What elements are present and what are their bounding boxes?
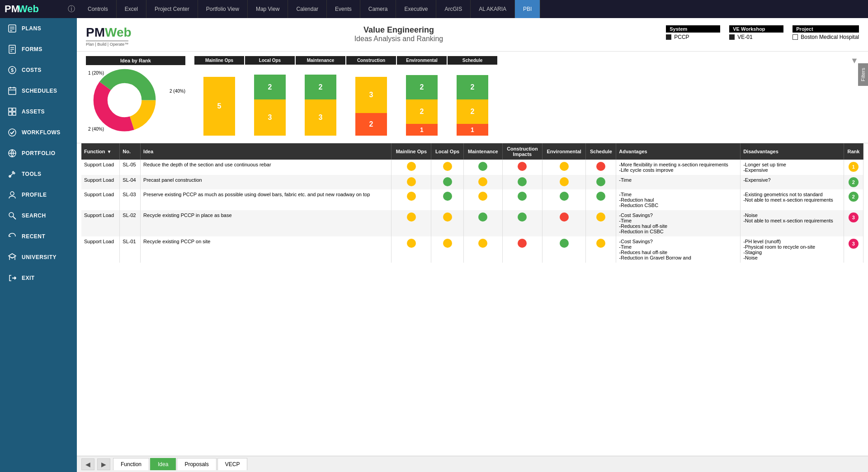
cell-no: SL-03 — [120, 189, 141, 210]
cell-advantages: -Time -Reduction haul -Reduction CSBC — [616, 189, 741, 210]
th-no: No. — [120, 143, 141, 160]
ve-workshop-value: VE-01 — [729, 33, 783, 42]
idea-by-rank-header: Idea by Rank — [86, 56, 185, 65]
status-dot — [478, 177, 487, 186]
th-construction: ConstructionImpacts — [502, 143, 542, 160]
nav-pbi[interactable]: PBI — [515, 0, 540, 18]
workflows-icon — [7, 127, 17, 137]
search-icon — [7, 211, 17, 221]
sidebar-item-plans[interactable]: PLANS — [0, 18, 77, 39]
sidebar-exit-label: EXIT — [22, 275, 35, 281]
donut-label-1: 1 (20%) — [88, 71, 104, 76]
filters-tab[interactable]: Filters — [858, 63, 868, 86]
nav-calendar[interactable]: Calendar — [288, 0, 327, 18]
bottom-tabs: ◀ ▶ Function Idea Proposals VECP — [77, 456, 868, 472]
nav-controls[interactable]: Controls — [80, 0, 117, 18]
status-dot — [478, 212, 487, 222]
cell-rank: 3 — [844, 210, 863, 236]
th-maintenance: Maintenance — [463, 143, 502, 160]
nav-alakaria[interactable]: AL AKARIA — [471, 0, 515, 18]
mainline-ops-bar: 5 — [203, 66, 235, 136]
tab-function[interactable]: Function — [113, 458, 149, 470]
schedule-header: Schedule — [448, 56, 497, 65]
cell-advantages: -Cost Savings? -Time -Reduces haul off-s… — [616, 236, 741, 263]
th-rank: Rank — [844, 143, 863, 160]
scroll-right-icon: ▼ — [850, 56, 859, 66]
svg-rect-18 — [9, 112, 12, 115]
nav-executive[interactable]: Executive — [396, 0, 436, 18]
cell-disadvantages: -PH level (runoff) -Physical room to rec… — [741, 236, 844, 263]
status-dot — [443, 177, 452, 186]
nav-portfolio-view[interactable]: Portfolio View — [198, 0, 248, 18]
ve-workshop-value-text: VE-01 — [737, 34, 752, 40]
table-row: Support LoadSL-01Recycle existing PCCP o… — [81, 236, 863, 263]
nav-project-center[interactable]: Project Center — [146, 0, 198, 18]
status-dot — [478, 162, 487, 171]
main-content: Filters PMWeb Plan | Build | Operate™ Va… — [77, 18, 868, 472]
status-dot — [407, 192, 416, 201]
top-navigation: PM Web ⓘ Controls Excel Project Center P… — [0, 0, 868, 18]
construction-bar: 2 3 — [355, 66, 387, 136]
project-checkbox — [793, 34, 798, 40]
cell-disadvantages: -Existing geometrics not to standard -No… — [741, 189, 844, 210]
tab-nav-left[interactable]: ◀ — [81, 458, 94, 470]
tab-vecp[interactable]: VECP — [217, 458, 248, 470]
university-icon — [7, 252, 17, 262]
sidebar-item-portfolio[interactable]: PORTFOLIO — [0, 143, 77, 164]
ve-workshop-meta-box: VE Workshop VE-01 — [729, 25, 783, 42]
local-seg-1: 3 — [254, 99, 286, 136]
cell-rank: 2 — [844, 189, 863, 210]
cell-disadvantages: -Noise -Not able to meet x-section requi… — [741, 210, 844, 236]
svg-point-20 — [9, 129, 16, 136]
nav-map-view[interactable]: Map View — [248, 0, 288, 18]
web-text: Web — [105, 25, 132, 39]
sidebar-item-forms[interactable]: FORMS — [0, 39, 77, 60]
sidebar-plans-label: PLANS — [22, 25, 41, 32]
sidebar-item-assets[interactable]: ASSETS — [0, 101, 77, 122]
tools-icon — [7, 169, 17, 179]
sidebar-item-schedules[interactable]: SCHEDULES — [0, 80, 77, 101]
table-row: Support LoadSL-02Recycle existing PCCP i… — [81, 210, 863, 236]
status-dot — [518, 239, 527, 248]
nav-arcgis[interactable]: ArcGIS — [436, 0, 471, 18]
tab-proposals[interactable]: Proposals — [177, 458, 216, 470]
status-dot — [407, 239, 416, 248]
status-dot — [560, 177, 569, 186]
env-seg-3: 2 — [406, 75, 438, 99]
nav-excel[interactable]: Excel — [117, 0, 146, 18]
tab-idea[interactable]: Idea — [150, 458, 176, 470]
sidebar-item-workflows[interactable]: WORKFLOWS — [0, 122, 77, 143]
sidebar-item-profile[interactable]: PROFILE — [0, 184, 77, 205]
bar-local-ops: Local Ops 3 2 — [245, 56, 295, 136]
nav-camera[interactable]: Camera — [360, 0, 396, 18]
cell-advantages: -More flexibility in meeting x-section r… — [616, 160, 741, 175]
cell-function: Support Load — [81, 189, 120, 210]
svg-rect-12 — [9, 88, 16, 94]
scroll-right[interactable]: ▼ — [850, 56, 859, 66]
schedule-bar: 1 2 2 — [457, 66, 488, 136]
table-section[interactable]: Function ▼ No. Idea Mainline Ops Local O… — [77, 143, 868, 456]
sidebar-portfolio-label: PORTFOLIO — [22, 150, 56, 156]
tab-nav-right[interactable]: ▶ — [97, 458, 110, 470]
maint-seg-2: 2 — [305, 75, 336, 99]
status-dot — [596, 192, 605, 201]
sidebar-item-recent[interactable]: RECENT — [0, 226, 77, 247]
sidebar-item-university[interactable]: UNIVERSITY — [0, 247, 77, 268]
rank-badge: 3 — [849, 212, 859, 222]
nav-events[interactable]: Events — [327, 0, 360, 18]
function-sort-icon[interactable]: ▼ — [107, 149, 111, 154]
cell-idea: Recycle existing PCCP in place as base — [141, 210, 392, 236]
table-row: Support LoadSL-04Precast panel construct… — [81, 175, 863, 189]
sidebar-item-costs[interactable]: $ COSTS — [0, 60, 77, 80]
pmweb-logo: PMWeb Plan | Build | Operate™ — [86, 25, 132, 47]
title-area: Value Engineering Ideas Analysis and Ran… — [150, 25, 648, 43]
local-seg-2: 2 — [254, 75, 286, 99]
sidebar-item-tools[interactable]: TOOLS — [0, 164, 77, 184]
info-icon[interactable]: ⓘ — [68, 5, 75, 14]
pm-text: PM — [86, 25, 105, 39]
mainline-ops-header: Mainline Ops — [194, 56, 244, 65]
status-dot — [518, 212, 527, 222]
project-label: Project — [793, 25, 859, 33]
sidebar-item-exit[interactable]: EXIT — [0, 268, 77, 288]
sidebar-item-search[interactable]: SEARCH — [0, 205, 77, 226]
